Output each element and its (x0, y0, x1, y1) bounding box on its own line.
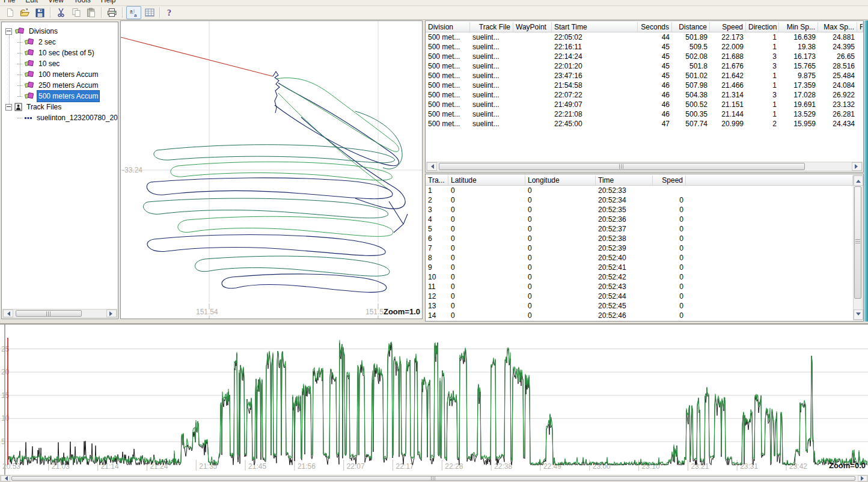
save-file-button[interactable] (33, 7, 47, 19)
table-row[interactable]: 140020:52:460 (426, 311, 853, 320)
menu-help[interactable]: Help (101, 0, 116, 4)
tree-item-label[interactable]: 500 meters Accum (37, 90, 100, 102)
table-row[interactable]: 500 met...suelint...22:45:0047507.7420.9… (426, 119, 863, 129)
open-file-button[interactable] (18, 7, 32, 19)
column-header-tra-[interactable]: Tra... (426, 175, 448, 186)
gps-track-map[interactable] (121, 21, 422, 319)
scrollbar-thumb[interactable] (16, 310, 82, 317)
tree-item-label[interactable]: 10 sec (best of 5) (37, 47, 96, 58)
menu-file[interactable]: File (4, 0, 15, 4)
scrollbar-thumb[interactable] (854, 186, 861, 299)
table-cell: 500 met... (426, 119, 470, 129)
tree-item-10-sec-best-of-5-[interactable]: 10 sec (best of 5) (17, 47, 96, 58)
table-row[interactable]: 120020:52:440 (426, 291, 853, 301)
column-header-filler: F (857, 22, 863, 32)
column-header-track-file[interactable]: Track File (470, 22, 513, 32)
table-row[interactable]: 500 met...suelint...22:07:2246504.3821.3… (426, 90, 863, 100)
column-header-waypoint[interactable]: WayPoint (513, 22, 552, 32)
menu-tools[interactable]: Tools (74, 0, 91, 4)
scroll-left-arrow[interactable] (3, 310, 13, 317)
column-header-seconds[interactable]: Seconds (638, 22, 672, 32)
table-row[interactable]: 80020:52:400 (426, 253, 853, 263)
column-header-latitude[interactable]: Latitude (448, 175, 525, 186)
table-row[interactable]: 500 met...suelint...21:54:5846507.9821.4… (426, 81, 863, 90)
tree-expander-icon[interactable] (5, 28, 12, 35)
scroll-down-arrow[interactable] (854, 310, 863, 320)
tree-item-2-sec[interactable]: 2 sec (17, 37, 58, 47)
new-file-button[interactable] (3, 7, 17, 19)
tree-item-10-sec[interactable]: 10 sec (17, 58, 61, 69)
table-row[interactable]: 20020:52:340 (426, 195, 853, 205)
tree-horizontal-scrollbar[interactable] (2, 309, 117, 318)
table-row[interactable]: 30020:52:350 (426, 205, 853, 215)
tree-item-label[interactable]: Divisions (27, 26, 60, 37)
scroll-right-arrow[interactable] (852, 162, 862, 171)
table-row[interactable]: 70020:52:390 (426, 243, 853, 253)
column-header-start-time[interactable]: Start Time (552, 22, 638, 32)
table-cell: 501.89 (672, 32, 710, 42)
table-row[interactable]: 500 met...suelint...22:01:2045501.821.67… (426, 61, 863, 71)
speed-graph-panel[interactable]: 51015202520:5321:0321:1421:2421:3521:452… (0, 323, 868, 475)
points-vertical-scrollbar[interactable] (853, 175, 863, 320)
table-row[interactable]: 60020:52:380 (426, 234, 853, 243)
tree-item-100-meters-accum[interactable]: 100 meters Accum (17, 69, 100, 80)
tree-item-label[interactable]: 250 meters Accum (37, 80, 100, 91)
help-button[interactable]: ? (164, 7, 177, 19)
tree-item-label[interactable]: 100 meters Accum (37, 69, 100, 80)
paste-button[interactable] (84, 7, 98, 19)
scroll-up-arrow[interactable] (854, 175, 863, 186)
table-row[interactable]: 10020:52:33 (426, 186, 853, 195)
table-row[interactable]: 500 met...suelint...22:14:2445502.0821.6… (426, 52, 863, 61)
tree-item-track-file[interactable]: suelinton_123200780_201 (17, 112, 118, 123)
table-row[interactable]: 100020:52:420 (426, 272, 853, 282)
table-row[interactable]: 500 met...suelint...23:47:1645501.0221.6… (426, 71, 863, 81)
map-zoom-level: Zoom=1.0 (384, 307, 420, 316)
tree-root-divisions[interactable]: Divisions (5, 26, 60, 37)
table-row[interactable]: 500 met...suelint...21:49:0746500.5221.1… (426, 100, 863, 109)
map-graph-view-toggle-button[interactable]: aa (126, 6, 141, 19)
column-header-speed[interactable]: Speed (710, 22, 746, 32)
tree-item-label[interactable]: Track Files (25, 102, 63, 112)
tree-expander-icon[interactable] (5, 104, 12, 111)
scrollbar-thumb[interactable] (439, 163, 805, 170)
column-header-min-sp-[interactable]: Min Sp... (779, 22, 818, 32)
toolbar-separator (159, 7, 160, 18)
table-row[interactable]: 500 met...suelint...22:21:0846500.3521.1… (426, 109, 863, 119)
speed-time-chart[interactable]: 51015202520:5321:0321:1421:2421:3521:452… (0, 325, 868, 475)
scroll-left-arrow[interactable] (1, 475, 10, 481)
chart-horizontal-scrollbar[interactable] (0, 475, 868, 482)
tree-item-label[interactable]: 2 sec (37, 37, 58, 47)
column-header-distance[interactable]: Distance (672, 22, 710, 32)
column-header-direction[interactable]: Direction (746, 22, 779, 32)
results-horizontal-scrollbar[interactable] (426, 162, 863, 171)
column-header-time[interactable]: Time (596, 175, 653, 186)
scrollbar-thumb[interactable] (11, 476, 855, 481)
table-row[interactable]: 500 met...suelint...22:16:1145509.522.00… (426, 42, 863, 52)
scroll-right-arrow[interactable] (858, 475, 867, 481)
table-row[interactable]: 90020:52:410 (426, 263, 853, 272)
cut-button[interactable] (54, 7, 68, 19)
scroll-left-arrow[interactable] (427, 162, 437, 171)
table-row[interactable]: 500 met...suelint...22:05:0244501.8922.1… (426, 32, 863, 42)
tree-item-250-meters-accum[interactable]: 250 meters Accum (17, 80, 100, 91)
tree-item-500-meters-accum[interactable]: 500 meters Accum (17, 91, 100, 102)
tree-item-label[interactable]: 10 sec (37, 58, 61, 69)
table-row[interactable]: 110020:52:430 (426, 282, 853, 291)
copy-button[interactable] (69, 7, 83, 19)
table-row[interactable]: 130020:52:450 (426, 301, 853, 311)
menu-edit[interactable]: Edit (25, 0, 38, 4)
column-header-speed[interactable]: Speed (653, 175, 686, 186)
column-header-longitude[interactable]: Longitude (525, 175, 596, 186)
division-icon (24, 70, 34, 79)
print-button[interactable] (105, 7, 119, 19)
table-row[interactable]: 50020:52:370 (426, 224, 853, 234)
scroll-right-arrow[interactable] (106, 310, 117, 317)
table-row[interactable]: 40020:52:360 (426, 215, 853, 224)
column-header-division[interactable]: Division (426, 22, 470, 32)
table-view-button[interactable] (142, 7, 156, 19)
column-header-max-sp-[interactable]: Max Sp... (818, 22, 857, 32)
menu-view[interactable]: View (48, 0, 64, 4)
tree-root-track-files[interactable]: Track Files (5, 102, 63, 112)
track-map-panel[interactable]: -33.24 151.54 151.5 Zoom=1.0 (120, 20, 423, 319)
tree-item-label[interactable]: suelinton_123200780_201 (35, 112, 118, 123)
